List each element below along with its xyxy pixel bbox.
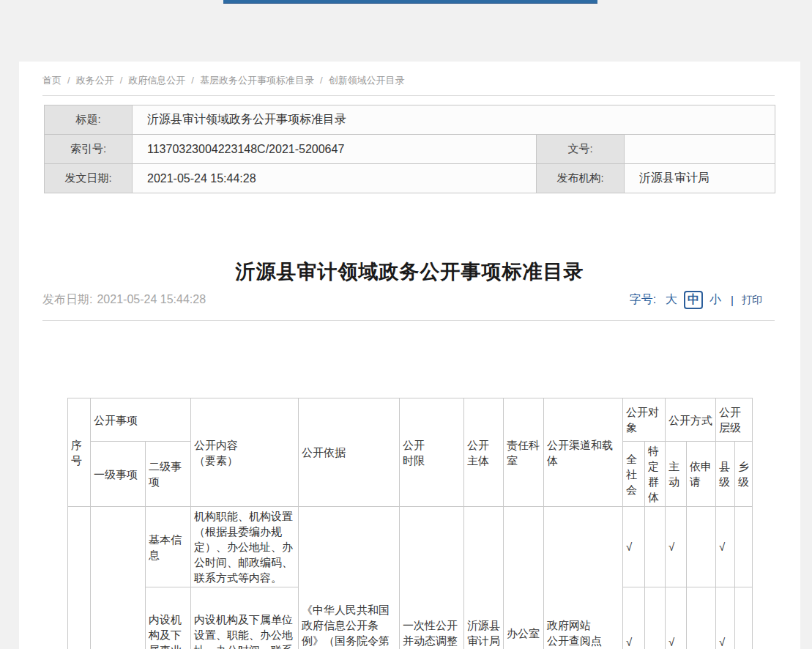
breadcrumb-separator: /	[67, 75, 70, 86]
col-header-level1: 一级事项	[91, 442, 146, 507]
breadcrumb: 首页/政务公开/政府信息公开/基层政务公开事项标准目录/创新领域公开目录	[42, 74, 405, 87]
font-size-medium-button[interactable]: 中	[684, 291, 703, 309]
breadcrumb-separator: /	[191, 75, 194, 86]
col-header-time-limit: 公开 时限	[400, 398, 464, 507]
publish-date-label: 发布日期:	[42, 293, 92, 305]
cell-check-specific	[645, 507, 666, 587]
cell-seq	[68, 507, 91, 649]
meta-index-value: 11370323004223148C/2021-5200647	[133, 135, 537, 164]
font-size-controls: 字号: 大 中 小 | 打印	[630, 291, 762, 309]
meta-index-label: 索引号:	[45, 135, 133, 164]
cell-time-limit: 一次性公开 并动态调整	[400, 507, 464, 649]
meta-docno-value	[625, 135, 775, 164]
publish-date: 发布日期:2021-05-24 15:44:28	[42, 292, 206, 308]
cell-check-township	[735, 507, 753, 587]
breadcrumb-separator: /	[320, 75, 323, 86]
top-navbar-fragment	[223, 0, 597, 4]
disclosure-catalog-table: 序 号 公开事项 公开内容 （要素） 公开依据 公开 时限 公开 主体 责任科 …	[67, 398, 753, 649]
cell-check-request	[687, 507, 716, 587]
meta-title-label: 标题:	[45, 105, 133, 135]
breadcrumb-item-zhengwu[interactable]: 政务公开	[76, 75, 114, 86]
col-header-content: 公开内容 （要素）	[191, 398, 299, 507]
breadcrumb-item-home[interactable]: 首页	[42, 75, 62, 86]
cell-check-all: √	[623, 587, 645, 649]
publish-date-value: 2021-05-24 15:44:28	[97, 293, 206, 305]
col-header-level2: 二级事 项	[146, 442, 191, 507]
meta-org-label: 发布机构:	[537, 164, 625, 193]
font-size-small-button[interactable]: 小	[709, 292, 721, 308]
cell-check-township	[735, 587, 753, 649]
font-size-label: 字号:	[630, 292, 656, 308]
col-header-channel: 公开渠道和载 体	[544, 398, 623, 507]
cell-basis: 《中华人民共和国 政府信息公开条 例》（国务院令第 711号）	[299, 507, 400, 649]
col-header-level-township: 乡 级	[735, 442, 753, 507]
cell-check-all: √	[623, 507, 645, 587]
col-header-level-group: 公开 层级	[716, 398, 753, 442]
cell-check-active: √	[666, 587, 687, 649]
breadcrumb-divider	[42, 95, 775, 96]
table-row: 基本信 息 机构职能、机构设置 （根据县委编办规 定）、办公地址、办 公时间、邮…	[68, 507, 753, 587]
cell-content: 内设机构及下属单位 设置、职能、办公地 址、办公时间、联系 方式、负责人姓名	[191, 587, 299, 649]
cell-check-active: √	[666, 507, 687, 587]
cell-level2: 基本信 息	[146, 507, 191, 587]
cell-check-county: √	[716, 587, 735, 649]
col-header-department: 责任科 室	[504, 398, 544, 507]
cell-department: 办公室	[504, 507, 544, 649]
col-header-level-county: 县 级	[716, 442, 735, 507]
cell-check-county: √	[716, 507, 735, 587]
meta-org-value: 沂源县审计局	[625, 164, 775, 193]
cell-content: 机构职能、机构设置 （根据县委编办规 定）、办公地址、办 公时间、邮政编码、 联…	[191, 507, 299, 587]
document-meta-table: 标题: 沂源县审计领域政务公开事项标准目录 索引号: 1137032300422…	[44, 105, 775, 193]
breadcrumb-separator: /	[120, 75, 123, 86]
breadcrumb-item-standard-catalog[interactable]: 基层政务公开事项标准目录	[200, 75, 314, 86]
col-header-method-group: 公开方式	[666, 398, 716, 442]
font-controls-divider: |	[731, 294, 734, 306]
meta-title-value: 沂源县审计领域政务公开事项标准目录	[133, 105, 775, 135]
page-title: 沂源县审计领域政务公开事项标准目录	[19, 259, 800, 285]
col-header-method-active: 主 动	[666, 442, 687, 507]
article-header-divider	[42, 320, 775, 321]
font-size-large-button[interactable]: 大	[666, 292, 677, 308]
col-header-subject: 公开 主体	[464, 398, 504, 507]
meta-date-value: 2021-05-24 15:44:28	[133, 164, 537, 193]
col-header-audience-all: 全社 会	[623, 442, 645, 507]
cell-level1	[91, 507, 146, 649]
cell-subject: 沂源县 审计局	[464, 507, 504, 649]
col-header-seq: 序 号	[68, 398, 91, 507]
cell-level2: 内设机 构及下 属事业 单位	[146, 587, 191, 649]
breadcrumb-item-info-disclosure[interactable]: 政府信息公开	[128, 75, 185, 86]
col-header-audience-group: 公开对 象	[623, 398, 666, 442]
col-header-method-request: 依申 请	[687, 442, 716, 507]
cell-check-request	[687, 587, 716, 649]
col-header-audience-specific: 特定群体	[645, 442, 666, 507]
breadcrumb-item-current: 创新领域公开目录	[329, 75, 405, 86]
meta-docno-label: 文号:	[537, 135, 625, 164]
cell-check-specific	[645, 587, 666, 649]
meta-date-label: 发文日期:	[45, 164, 133, 193]
print-button[interactable]: 打印	[742, 294, 762, 307]
cell-channel: 政府网站 公开查阅点	[544, 507, 623, 649]
col-header-item-group: 公开事项	[91, 398, 191, 442]
col-header-basis: 公开依据	[299, 398, 400, 507]
